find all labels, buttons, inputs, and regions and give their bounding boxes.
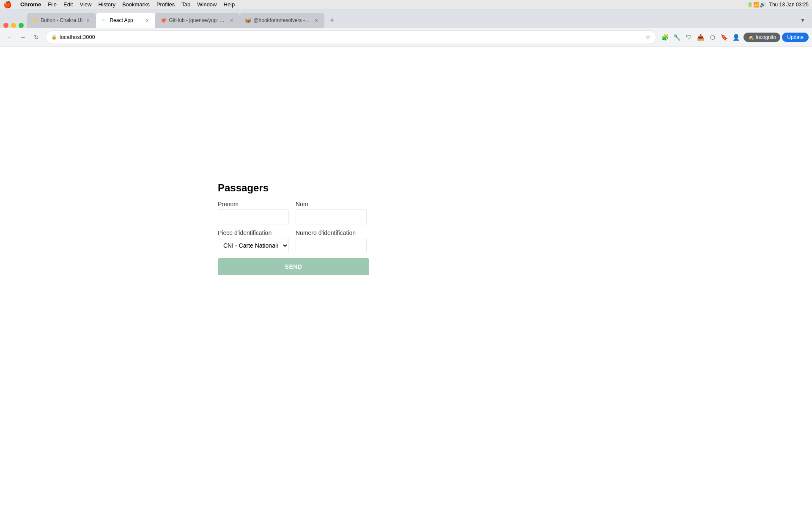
menu-view[interactable]: View [80,1,91,8]
tab-label-npm: @hookform/resolvers - npm [253,17,311,23]
prenom-label: Prenom [218,201,289,207]
menu-window[interactable]: Window [197,1,217,8]
traffic-light-close[interactable] [3,23,8,28]
tab-close-npm[interactable]: ✕ [313,17,319,23]
passagers-form: Passagers Prenom Nom Piece d'identificat… [218,182,369,275]
address-bar[interactable]: 🔒 localhost:3000 ☆ [46,30,656,44]
menu-edit[interactable]: Edit [63,1,73,8]
numero-input[interactable] [296,238,367,253]
reload-button[interactable]: ↻ [30,31,42,43]
menu-tab[interactable]: Tab [181,1,190,8]
navigation-bar: ← → ↻ 🔒 localhost:3000 ☆ 🧩 🔧 🛡 📥 ⬡ 🔖 👤 🕵… [0,28,812,47]
forward-button[interactable]: → [17,31,29,43]
tab-chakra-ui[interactable]: ⚡ Button - Chakra UI ✕ [27,13,96,28]
tab-close-chakra[interactable]: ✕ [85,17,91,23]
menu-bar-time: Thu 13 Jan 03:25 [769,2,809,8]
piece-group: Piece d'identification CNI - Carte Natio… [218,229,289,253]
nom-input[interactable] [296,209,367,224]
tab-bar: ⚡ Button - Chakra UI ✕ ⚛ React App ✕ 🐙 G… [0,9,812,28]
send-button[interactable]: SEND [218,258,369,275]
tabs-container: ⚡ Button - Chakra UI ✕ ⚛ React App ✕ 🐙 G… [27,13,338,28]
lock-icon: 🔒 [51,34,57,40]
back-button[interactable]: ← [3,31,15,43]
extension-icon-3[interactable]: 🛡 [683,32,694,43]
menu-file[interactable]: File [48,1,57,8]
tab-github[interactable]: 🐙 GitHub - jquense/yup: Dead s... ✕ [155,13,240,28]
extension-icon-1[interactable]: 🧩 [660,32,671,43]
menu-help[interactable]: Help [224,1,235,8]
update-button[interactable]: Update [782,33,809,42]
form-row-names: Prenom Nom [218,201,369,224]
browser-window: 🍎 Chrome File Edit View History Bookmark… [0,0,812,508]
incognito-icon: 🕵️ [748,34,754,40]
numero-label: Numero d'identification [296,229,367,236]
menu-bar-right: 🔋📶🔊 Thu 13 Jan 03:25 [747,2,809,8]
incognito-indicator: 🕵️ Incognito [743,33,781,42]
traffic-light-maximize[interactable] [19,23,24,28]
prenom-group: Prenom [218,201,289,224]
apple-menu[interactable]: 🍎 [3,0,12,8]
piece-select[interactable]: CNI - Carte Nationale d'Ide... Passeport… [218,238,289,253]
extensions-area: 🧩 🔧 🛡 📥 ⬡ 🔖 👤 [660,32,742,43]
tab-close-github[interactable]: ✕ [229,17,235,23]
prenom-input[interactable] [218,209,289,224]
page-content: Passagers Prenom Nom Piece d'identificat… [0,47,812,508]
bookmark-star-icon[interactable]: ☆ [645,34,651,41]
form-title: Passagers [218,182,369,194]
tab-npm[interactable]: 📦 @hookform/resolvers - npm ✕ [240,13,324,28]
tab-label-react: React App [110,17,142,23]
tab-react-app[interactable]: ⚛ React App ✕ [96,13,155,28]
menu-bar-icons: 🔋📶🔊 [747,2,766,8]
tab-favicon-npm: 📦 [245,17,251,23]
extension-icon-6[interactable]: 🔖 [719,32,730,43]
nom-group: Nom [296,201,367,224]
tab-favicon-react: ⚛ [101,17,107,23]
traffic-lights [3,23,24,28]
nom-label: Nom [296,201,367,207]
extension-icon-5[interactable]: ⬡ [707,32,718,43]
extension-icon-2[interactable]: 🔧 [672,32,683,43]
traffic-light-minimize[interactable] [11,23,16,28]
tab-favicon-github: 🐙 [160,17,166,23]
tab-list-chevron[interactable]: ▼ [797,14,809,26]
tab-label-chakra: Button - Chakra UI [41,17,82,23]
menu-chrome[interactable]: Chrome [20,1,41,8]
piece-label: Piece d'identification [218,229,289,236]
tab-favicon-chakra: ⚡ [32,17,38,23]
new-tab-button[interactable]: + [326,14,338,26]
menu-history[interactable]: History [98,1,115,8]
incognito-label: Incognito [756,34,776,40]
form-row-identification: Piece d'identification CNI - Carte Natio… [218,229,369,253]
macos-menu-bar: 🍎 Chrome File Edit View History Bookmark… [0,0,812,9]
url-display: localhost:3000 [60,34,643,40]
numero-group: Numero d'identification [296,229,367,253]
extension-icon-7[interactable]: 👤 [731,32,742,43]
extension-icon-4[interactable]: 📥 [695,32,706,43]
menu-profiles[interactable]: Profiles [156,1,175,8]
tab-label-github: GitHub - jquense/yup: Dead s... [169,17,226,23]
menu-bookmarks[interactable]: Bookmarks [122,1,150,8]
tab-close-react[interactable]: ✕ [144,17,150,23]
